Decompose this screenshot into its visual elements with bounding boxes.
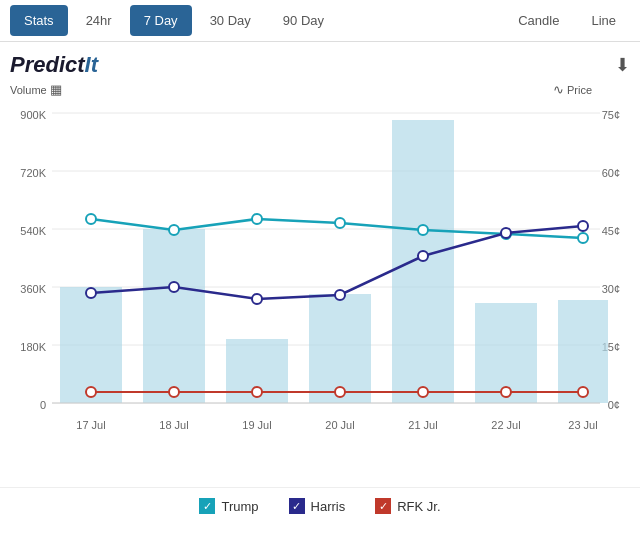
svg-text:900K: 900K [20, 109, 46, 121]
trump-point-7 [578, 233, 588, 243]
download-button[interactable]: ⬇ [615, 54, 630, 76]
svg-text:180K: 180K [20, 341, 46, 353]
tab-30day[interactable]: 30 Day [196, 5, 265, 36]
trump-point-2 [169, 225, 179, 235]
svg-text:0: 0 [40, 399, 46, 411]
svg-text:19 Jul: 19 Jul [242, 419, 271, 431]
trump-label: Trump [221, 499, 258, 514]
svg-text:75¢: 75¢ [602, 109, 620, 121]
rfk-checkbox[interactable]: ✓ [375, 498, 391, 514]
brand-logo: PredictIt [10, 52, 98, 78]
tab-candle[interactable]: Candle [504, 5, 573, 36]
trump-point-5 [418, 225, 428, 235]
legend-harris: ✓ Harris [289, 498, 346, 514]
volume-icon: ▦ [50, 82, 62, 97]
svg-text:360K: 360K [20, 283, 46, 295]
brand-predict: Predict [10, 52, 85, 77]
svg-text:720K: 720K [20, 167, 46, 179]
svg-text:22 Jul: 22 Jul [491, 419, 520, 431]
price-wave-icon: ∿ [553, 82, 564, 97]
chart-legend: ✓ Trump ✓ Harris ✓ RFK Jr. [0, 487, 640, 522]
trump-point-1 [86, 214, 96, 224]
harris-point-5 [418, 251, 428, 261]
tab-7day[interactable]: 7 Day [130, 5, 192, 36]
brand-it: It [85, 52, 98, 77]
harris-label: Harris [311, 499, 346, 514]
rfk-point-6 [501, 387, 511, 397]
harris-point-4 [335, 290, 345, 300]
volume-label: Volume ▦ [10, 82, 62, 97]
svg-text:540K: 540K [20, 225, 46, 237]
brand-row: PredictIt ⬇ [10, 52, 630, 78]
svg-text:17 Jul: 17 Jul [76, 419, 105, 431]
rfk-point-3 [252, 387, 262, 397]
chart-container: PredictIt ⬇ Volume ▦ ∿ Price 900K 720K 5… [0, 42, 640, 483]
tab-24hr[interactable]: 24hr [72, 5, 126, 36]
harris-point-6 [501, 228, 511, 238]
svg-text:45¢: 45¢ [602, 225, 620, 237]
harris-point-2 [169, 282, 179, 292]
price-label: ∿ Price [553, 82, 592, 97]
trump-point-4 [335, 218, 345, 228]
svg-text:18 Jul: 18 Jul [159, 419, 188, 431]
bar-17jul [60, 287, 122, 403]
tab-stats[interactable]: Stats [10, 5, 68, 36]
rfk-point-5 [418, 387, 428, 397]
rfk-point-4 [335, 387, 345, 397]
chart-svg-wrapper: 900K 720K 540K 360K 180K 0 75¢ 60¢ 45¢ 3… [10, 99, 630, 483]
harris-checkbox[interactable]: ✓ [289, 498, 305, 514]
top-navigation: Stats 24hr 7 Day 30 Day 90 Day Candle Li… [0, 0, 640, 42]
trump-checkbox[interactable]: ✓ [199, 498, 215, 514]
svg-text:21 Jul: 21 Jul [408, 419, 437, 431]
svg-text:20 Jul: 20 Jul [325, 419, 354, 431]
trump-point-3 [252, 214, 262, 224]
rfk-label: RFK Jr. [397, 499, 440, 514]
svg-text:30¢: 30¢ [602, 283, 620, 295]
svg-text:60¢: 60¢ [602, 167, 620, 179]
harris-point-1 [86, 288, 96, 298]
legend-trump: ✓ Trump [199, 498, 258, 514]
legend-rfk: ✓ RFK Jr. [375, 498, 440, 514]
tab-line[interactable]: Line [577, 5, 630, 36]
rfk-point-7 [578, 387, 588, 397]
harris-point-7 [578, 221, 588, 231]
svg-text:0¢: 0¢ [608, 399, 620, 411]
harris-point-3 [252, 294, 262, 304]
tab-90day[interactable]: 90 Day [269, 5, 338, 36]
svg-text:23 Jul: 23 Jul [568, 419, 597, 431]
rfk-point-1 [86, 387, 96, 397]
main-chart: 900K 720K 540K 360K 180K 0 75¢ 60¢ 45¢ 3… [10, 99, 630, 479]
bar-18jul [143, 229, 205, 403]
rfk-point-2 [169, 387, 179, 397]
